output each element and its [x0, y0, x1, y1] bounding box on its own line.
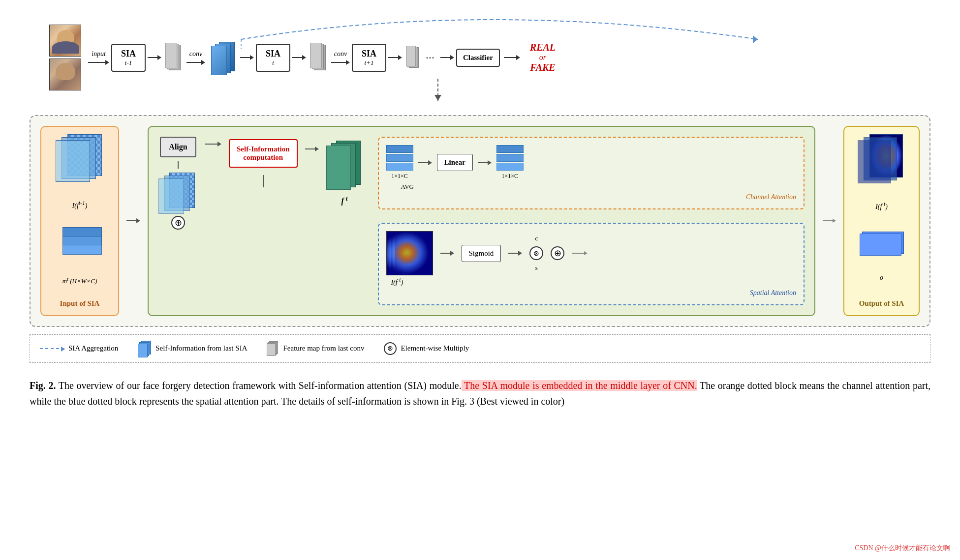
- svg-rect-18: [395, 232, 433, 273]
- processing-panel: Align: [148, 126, 815, 316]
- sia-t-minus1-box: SIA t-1: [111, 44, 146, 72]
- aligned-t3: [158, 178, 184, 214]
- sia-t-time: t: [264, 59, 282, 67]
- feature-map: [386, 231, 433, 275]
- o-label: o: [880, 274, 883, 282]
- output-sia-panel: I(f t) o Output of SIA: [843, 126, 920, 316]
- dim-label-1: 1×1×C: [391, 173, 408, 180]
- caption-text1: The overview of our face forgery detecti…: [56, 380, 461, 391]
- classifier-box: Classifier: [456, 49, 500, 67]
- conv-labeled-arrow-1: conv: [186, 50, 205, 65]
- output-panel-title: Output of SIA: [859, 299, 904, 308]
- multiply-circle: ⊗: [529, 246, 543, 260]
- selfinfo-arrow-down: [263, 175, 264, 187]
- arrow6: [504, 55, 520, 60]
- face-image-bottom: [49, 59, 81, 90]
- if-t-label: I(f t): [391, 277, 797, 287]
- sia-t-plus1-label: SIA: [360, 49, 378, 59]
- legend-checkered-icon: [138, 341, 152, 356]
- caption-paragraph: Fig. 2. The overview of our face forgery…: [30, 378, 930, 409]
- caption-section: Fig. 2. The overview of our face forgery…: [30, 378, 930, 409]
- sigmoid-box: Sigmoid: [462, 245, 501, 262]
- left-processing-col: Align: [158, 137, 198, 230]
- real-label: REAL: [530, 42, 556, 53]
- face-images: [49, 25, 81, 90]
- main-container: input SIA t-1: [20, 10, 940, 409]
- input-sia-panel: I(ft-1) mt (H×W×C) Input of SIA: [40, 126, 119, 316]
- selfinfo-to-right-arrow: [305, 147, 319, 151]
- sia-t-plus1-box: SIA t+1: [352, 44, 386, 72]
- input-labeled-arrow: input: [88, 50, 109, 65]
- pipeline-section: input SIA t-1: [20, 10, 940, 110]
- arrow5: [440, 55, 454, 60]
- output-o-tensor: [855, 232, 909, 259]
- mt-layer-3: [62, 245, 102, 255]
- if-t-output-label: I(f t): [875, 201, 888, 211]
- bar6: [496, 163, 524, 171]
- fake-label: FAKE: [530, 62, 556, 73]
- s-label: s: [535, 264, 538, 272]
- aligned-tensor: [158, 173, 198, 212]
- arrow2: [240, 55, 254, 60]
- face-image-top: [49, 25, 81, 57]
- c-label: c: [535, 235, 538, 242]
- if-tm1-label: I(ft-1): [72, 200, 88, 210]
- bar5: [496, 154, 524, 162]
- bar-1x1xc-1: 1×1×C: [386, 145, 413, 180]
- arrow3: [292, 55, 306, 60]
- processing-to-output-arrow: [823, 126, 836, 316]
- output-feature-tensors: [855, 134, 909, 183]
- align-arrow-down: [178, 161, 179, 169]
- legend-element-wise: ⊗ Element-wise Multiply: [384, 342, 469, 355]
- classifier-label: Classifier: [463, 54, 493, 61]
- self-info-line2: computation: [237, 153, 290, 162]
- spatial-arrow-2: [508, 251, 522, 256]
- plus-circle: ⊕: [171, 216, 185, 230]
- legend-self-info-label: Self-Information from last SIA: [155, 344, 247, 353]
- diagram-section: I(ft-1) mt (H×W×C) Input of SIA: [30, 115, 930, 327]
- svg-rect-10: [56, 141, 90, 181]
- caption-highlighted: The SIA module is embedded in the middle…: [462, 380, 697, 391]
- bar4: [496, 145, 524, 153]
- align-label: Align: [169, 143, 187, 151]
- input-checkered-tensors: [53, 134, 107, 183]
- mt-layer-2: [62, 236, 102, 246]
- conv-label-1: conv: [189, 50, 202, 58]
- gray-tensor-3: [406, 46, 420, 69]
- conv-labeled-arrow-2: conv: [331, 50, 350, 65]
- bar2: [386, 154, 413, 162]
- legend-feature-map: Feature map from last conv: [267, 341, 364, 356]
- gray-tensor-1: [165, 43, 183, 72]
- ft-label: f t: [341, 195, 347, 206]
- spatial-attention-box: Sigmoid c ⊗ s: [378, 223, 805, 305]
- legend-element-wise-label: Element-wise Multiply: [401, 344, 469, 353]
- mt-layer-1: [62, 227, 102, 237]
- spatial-arrow-1: [440, 251, 454, 256]
- conv-label-2: conv: [334, 50, 347, 58]
- legend-section: SIA Aggregation Self-Information from la…: [30, 334, 930, 363]
- pipeline-row: input SIA t-1: [20, 15, 940, 100]
- spatial-row: Sigmoid c ⊗ s: [386, 231, 797, 275]
- linear-box: Linear: [437, 154, 473, 171]
- diagram-inner: I(ft-1) mt (H×W×C) Input of SIA: [40, 126, 920, 316]
- bar-1x1xc-2: 1×1×C: [496, 145, 524, 180]
- sia-t-minus1-time: t-1: [119, 59, 138, 67]
- self-info-box: Self-Information computation: [229, 139, 298, 168]
- bar1: [386, 145, 413, 153]
- fig-label: Fig. 2.: [30, 380, 56, 391]
- or-label: or: [530, 53, 556, 62]
- channel-arrow-2: [478, 160, 492, 165]
- cs-multiply-add: c ⊗ s: [529, 235, 543, 272]
- o-t2: [860, 234, 901, 256]
- mt-label: mt (H×W×C): [62, 276, 97, 285]
- channel-row: 1×1×C Linear: [386, 145, 797, 180]
- self-info-line1: Self-Information: [237, 145, 290, 153]
- channel-attention-label: Channel Attention: [386, 193, 797, 201]
- self-info-col: Self-Information computation: [229, 139, 298, 187]
- legend-multiply-icon: ⊗: [384, 342, 397, 355]
- to-output-arrow: [572, 251, 588, 255]
- add-circle: ⊕: [551, 246, 564, 260]
- legend-sia-label: SIA Aggregation: [68, 344, 118, 353]
- legend-gray-icon: [267, 341, 279, 356]
- legend-self-info: Self-Information from last SIA: [138, 341, 247, 356]
